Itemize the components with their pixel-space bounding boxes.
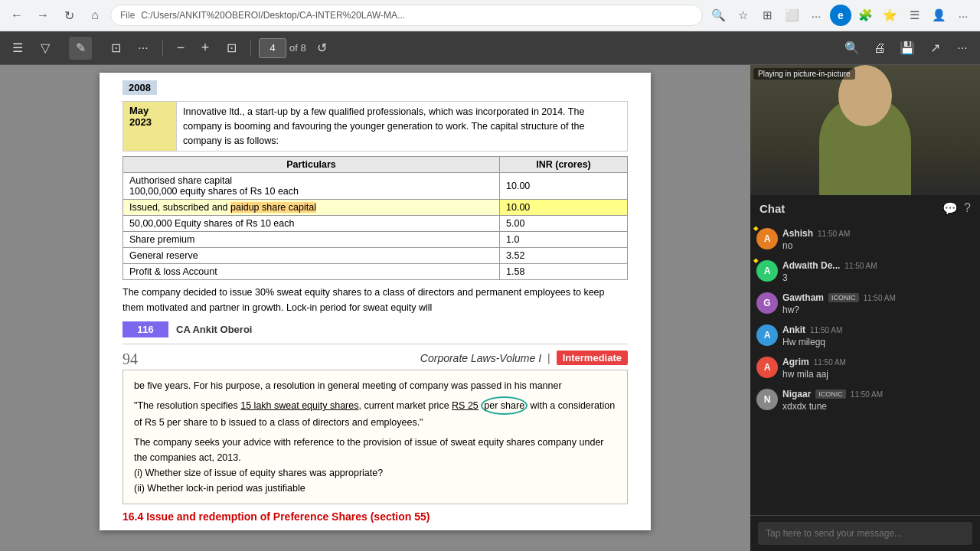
chat-time: 11:50 AM bbox=[814, 358, 846, 367]
chat-messages[interactable]: ◆ A Ashish 11:50 AM no ◆ A Adwaith De...… bbox=[750, 222, 980, 515]
address-bar[interactable]: File C:/Users/ANKIT%20OBEROI/Desktop/CA-… bbox=[110, 5, 703, 26]
cell-general-reserve: General reserve bbox=[123, 248, 500, 264]
fit-button[interactable]: ⊡ bbox=[220, 37, 243, 60]
chat-input[interactable] bbox=[758, 522, 972, 545]
chat-username: Adwaith De... bbox=[782, 260, 840, 271]
file-icon: File bbox=[120, 10, 135, 21]
handwritten-page-number: 94 bbox=[122, 350, 138, 368]
chat-bubble-icon[interactable]: 💬 bbox=[942, 201, 958, 216]
chat-msg-content: Gawtham ICONIC 11:50 AM hw? bbox=[782, 292, 974, 315]
pdf-viewer[interactable]: 2008 May2023 Innovative ltd., a start-up… bbox=[0, 65, 750, 551]
chat-title: Chat bbox=[760, 202, 785, 215]
refresh-button[interactable]: ↻ bbox=[58, 5, 80, 26]
expand-button[interactable]: ⊡ bbox=[104, 37, 127, 60]
page-divider bbox=[122, 344, 628, 344]
table-row: Profit & loss Account 1.58 bbox=[123, 264, 628, 280]
year-badge: 2008 bbox=[122, 80, 157, 95]
sidebar: Playing in picture-in-picture Chat 💬 ? ◆… bbox=[750, 65, 980, 551]
cell-reserve-value: 3.52 bbox=[500, 248, 628, 264]
tabs-button[interactable]: ⬜ bbox=[781, 5, 802, 26]
capital-table: Particulars INR (crores) Authorised shar… bbox=[122, 156, 628, 280]
chat-username: Nigaar bbox=[782, 389, 811, 399]
main-area: 2008 May2023 Innovative ltd., a start-up… bbox=[0, 65, 980, 551]
filter-button[interactable]: ▽ bbox=[34, 37, 57, 60]
diamond-icon: ◆ bbox=[753, 225, 758, 232]
intro-text: Innovative ltd., a start-up by a few qua… bbox=[177, 102, 628, 152]
browser-more-button[interactable]: ··· bbox=[952, 5, 974, 26]
avatar-initial: A bbox=[764, 233, 771, 244]
cell-auth-value: 10.00 bbox=[500, 173, 628, 200]
sidebar-button[interactable]: ☰ bbox=[903, 5, 925, 26]
chat-message-3: A Ankit 11:50 AM Hw milegq bbox=[756, 324, 974, 347]
chat-username: Ankit bbox=[782, 324, 805, 335]
chat-help-icon[interactable]: ? bbox=[964, 201, 971, 216]
page-input[interactable] bbox=[259, 38, 286, 58]
cell-premium-value: 1.0 bbox=[500, 232, 628, 248]
diamond-icon: ◆ bbox=[753, 257, 758, 264]
browser-chrome: ← → ↻ ⌂ File C:/Users/ANKIT%20OBEROI/Des… bbox=[0, 0, 980, 31]
rotate-button[interactable]: ↺ bbox=[311, 37, 334, 60]
avatar-initial: N bbox=[764, 394, 771, 405]
chat-msg-content: Ankit 11:50 AM Hw milegq bbox=[782, 324, 974, 347]
search-icon-btn[interactable]: 🔍 bbox=[707, 5, 729, 26]
chat-message-5: N Nigaar ICONIC 11:50 AM xdxdx tune bbox=[756, 389, 974, 412]
chat-avatar: ◆ A bbox=[756, 260, 778, 282]
chat-time: 11:50 AM bbox=[844, 262, 877, 270]
col-inr: INR (crores) bbox=[500, 157, 628, 173]
cell-pnl: Profit & loss Account bbox=[123, 264, 500, 280]
more-button[interactable]: ··· bbox=[805, 5, 827, 26]
forward-button[interactable]: → bbox=[32, 5, 54, 26]
chat-text: Hw milegq bbox=[782, 337, 974, 347]
chat-avatar: ◆ A bbox=[756, 228, 778, 249]
content-para2: The company seeks your advice with refer… bbox=[134, 435, 616, 465]
iconic-badge: ICONIC bbox=[815, 390, 846, 399]
table-row: General reserve 3.52 bbox=[123, 248, 628, 264]
profile-button[interactable]: 👤 bbox=[928, 5, 949, 26]
zoom-in-button[interactable]: + bbox=[195, 38, 215, 58]
zoom-out-button[interactable]: − bbox=[171, 38, 191, 58]
avatar-initial: G bbox=[763, 298, 770, 308]
back-button[interactable]: ← bbox=[6, 5, 28, 26]
address-text: C:/Users/ANKIT%20OBEROI/Desktop/CA-INTER… bbox=[141, 10, 693, 21]
extensions-button[interactable]: 🧩 bbox=[854, 5, 876, 26]
page-of: of 8 bbox=[289, 42, 306, 54]
cell-equity-shares: 50,00,000 Equity shares of Rs 10 each bbox=[123, 216, 500, 232]
intro-table: May2023 Innovative ltd., a start-up by a… bbox=[122, 101, 628, 152]
chat-input-area bbox=[750, 515, 980, 551]
chat-text: xdxdx tune bbox=[782, 401, 974, 412]
edge-button[interactable]: e bbox=[830, 5, 851, 26]
more-tools-button[interactable]: ··· bbox=[132, 37, 155, 60]
chat-time: 11:50 AM bbox=[851, 390, 883, 399]
underline-text: 15 lakh sweat equity shares bbox=[240, 400, 358, 411]
chat-msg-header: Ankit 11:50 AM bbox=[782, 324, 974, 335]
pdf-page: 2008 May2023 Innovative ltd., a start-up… bbox=[100, 73, 651, 530]
video-container: Playing in picture-in-picture bbox=[750, 65, 980, 195]
save-button[interactable]: 💾 bbox=[896, 37, 919, 60]
may-year-label: May2023 bbox=[123, 102, 177, 152]
chat-text: hw? bbox=[782, 305, 974, 315]
print-button[interactable]: 🖨 bbox=[868, 37, 891, 60]
star-button[interactable]: ☆ bbox=[732, 5, 753, 26]
more-options-button[interactable]: ··· bbox=[951, 37, 974, 60]
section-heading: 16.4 Issue and redemption of Preference … bbox=[122, 510, 628, 523]
toolbar-divider2 bbox=[250, 41, 251, 56]
question-1: (i) Whether size of issue of equity shar… bbox=[134, 465, 616, 481]
highlight-button[interactable]: ✎ bbox=[69, 37, 92, 60]
chat-username: Ashish bbox=[782, 228, 813, 239]
share-button[interactable]: ↗ bbox=[923, 37, 946, 60]
chat-username: Gawtham bbox=[782, 292, 824, 303]
cell-share-premium: Share premium bbox=[123, 232, 500, 248]
chat-msg-content: Agrim 11:50 AM hw mila aaj bbox=[782, 357, 974, 380]
chat-time: 11:50 AM bbox=[818, 230, 850, 238]
home-button[interactable]: ⌂ bbox=[84, 5, 106, 26]
search-button[interactable]: 🔍 bbox=[841, 37, 864, 60]
favorites-button[interactable]: ⭐ bbox=[879, 5, 900, 26]
sidebar-toggle-button[interactable]: ☰ bbox=[6, 37, 29, 60]
collections-button[interactable]: ⊞ bbox=[756, 5, 778, 26]
chat-msg-content: Nigaar ICONIC 11:50 AM xdxdx tune bbox=[782, 389, 974, 412]
corp-divider: | bbox=[547, 352, 550, 364]
chat-username: Agrim bbox=[782, 357, 809, 367]
table-row: Share premium 1.0 bbox=[123, 232, 628, 248]
pdf-toolbar: ☰ ▽ ✎ ⊡ ··· − + ⊡ of 8 ↺ 🔍 🖨 💾 ↗ ··· bbox=[0, 31, 980, 65]
chat-time: 11:50 AM bbox=[810, 326, 842, 334]
